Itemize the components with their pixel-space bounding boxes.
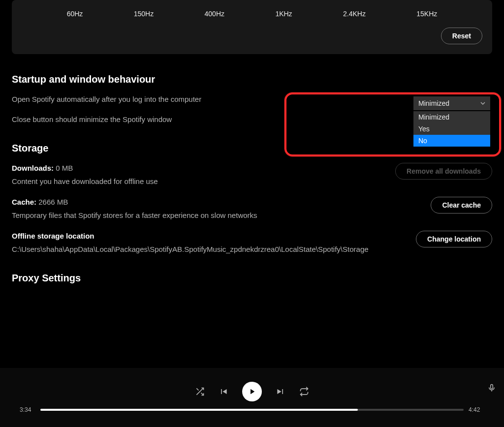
eq-band-15khz: 15KHz [416,10,437,18]
startup-title: Startup and window behaviour [12,74,492,85]
svg-rect-0 [491,385,493,389]
next-track-button[interactable] [276,387,285,396]
downloads-desc: Content you have downloaded for offline … [12,176,158,187]
progress-slider[interactable] [40,409,464,411]
remove-all-downloads-button[interactable]: Remove all downloads [395,163,492,180]
offline-storage-path: C:\Users\shaha\AppData\Local\Packages\Sp… [12,245,369,253]
downloads-value: 0 MB [56,164,73,172]
eq-band-60hz: 60Hz [67,10,83,18]
play-button[interactable] [242,382,262,401]
chevron-down-icon [480,101,485,106]
cache-value: 2666 MB [38,198,68,206]
downloads-text: Downloads: 0 MB Content you have downloa… [12,163,158,187]
repeat-icon [299,387,309,396]
shuffle-button[interactable] [195,387,205,396]
total-time: 4:42 [469,406,484,413]
play-icon [248,387,256,396]
downloads-label: Downloads: [12,164,54,172]
eq-band-1khz: 1KHz [275,10,292,18]
eq-band-2-4khz: 2.4KHz [343,10,366,18]
dropdown-selected[interactable]: Minimized [413,96,490,110]
previous-track-button[interactable] [219,387,228,396]
equalizer-panel: 60Hz 150Hz 400Hz 1KHz 2.4KHz 15KHz Reset [12,0,492,54]
dropdown-options-list: Minimized Yes No [413,111,490,147]
reset-button[interactable]: Reset [441,28,482,44]
elapsed-time: 3:34 [20,406,35,413]
proxy-section: Proxy Settings [12,273,492,284]
equalizer-band-labels: 60Hz 150Hz 400Hz 1KHz 2.4KHz 15KHz [12,10,492,18]
offline-storage-label: Offline storage location [12,231,332,242]
cache-label: Cache: [12,198,36,206]
repeat-button[interactable] [299,387,309,396]
storage-section: Storage Downloads: 0 MB Content you have… [12,143,492,255]
microphone-icon [487,384,496,393]
progress-fill [40,409,358,411]
next-icon [276,387,285,396]
dropdown-option-no[interactable]: No [413,135,490,147]
previous-icon [219,387,228,396]
player-bar: 3:34 4:42 [0,368,504,427]
cache-text: Cache: 2666 MB Temporary files that Spot… [12,197,257,221]
eq-band-400hz: 400Hz [205,10,224,18]
proxy-title: Proxy Settings [12,273,492,284]
lyrics-button[interactable] [487,384,496,393]
dropdown-selected-label: Minimized [418,99,449,107]
startup-autostart-dropdown[interactable]: Minimized Minimized Yes No [413,96,490,147]
shuffle-icon [195,387,205,396]
change-location-button[interactable]: Change location [416,231,492,247]
eq-band-150hz: 150Hz [134,10,154,18]
dropdown-option-yes[interactable]: Yes [413,123,490,135]
cache-desc: Temporary files that Spotify stores for … [12,210,257,221]
close-minimize-label: Close button should minimize the Spotify… [12,114,172,125]
open-spotify-auto-label: Open Spotify automatically after you log… [12,94,201,105]
clear-cache-button[interactable]: Clear cache [431,197,492,214]
offline-storage-text: Offline storage location C:\Users\shaha\… [12,231,332,255]
dropdown-option-minimized[interactable]: Minimized [413,111,490,123]
